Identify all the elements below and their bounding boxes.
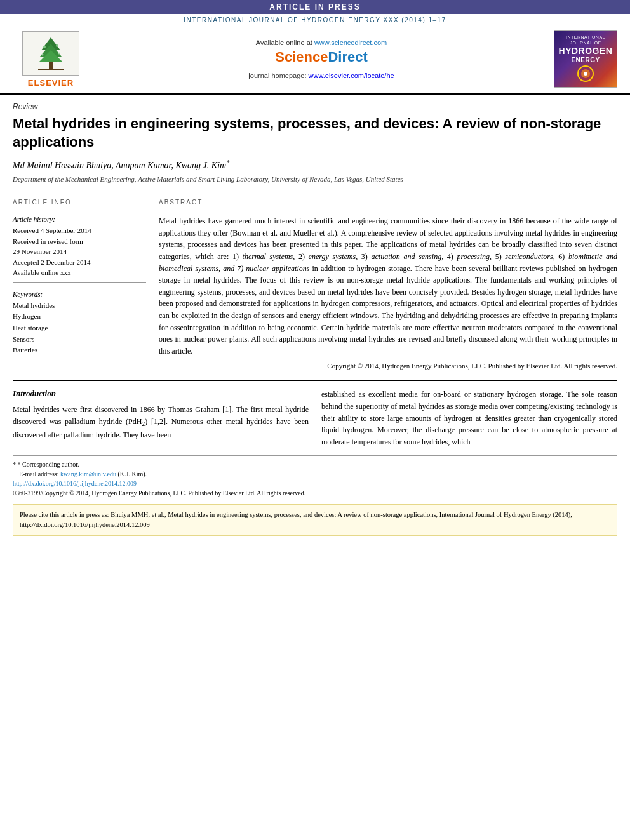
introduction-section: Introduction Metal hydrides were first d…	[13, 389, 617, 448]
revised-date: 29 November 2014	[13, 246, 146, 257]
svg-rect-0	[49, 61, 53, 70]
sciencedirect-url[interactable]: www.sciencedirect.com	[314, 39, 387, 46]
elsevier-tree-box	[22, 31, 79, 76]
article-info-abstract-section: ARTICLE INFO Article history: Received 4…	[13, 199, 617, 370]
accepted-date: Accepted 2 December 2014	[13, 257, 146, 268]
journal-title: INTERNATIONAL JOURNAL OF HYDROGEN ENERGY…	[0, 14, 630, 25]
abstract-text: Metal hydrides have garnered much intere…	[159, 215, 617, 357]
article-history-title: Article history:	[13, 215, 146, 223]
available-online-text: Available online at www.sciencedirect.co…	[102, 39, 541, 46]
keyword-heat-storage: Heat storage	[13, 323, 146, 334]
available-online: Available online xxx	[13, 267, 146, 278]
authors-line: Md Mainul Hossain Bhuiya, Anupam Kumar, …	[13, 159, 617, 171]
article-info-label: ARTICLE INFO	[13, 199, 146, 206]
sciencedirect-brand: ScienceDirect	[102, 49, 541, 65]
keyword-hydrogen: Hydrogen	[13, 311, 146, 323]
doi-line: http://dx.doi.org/10.1016/j.ijhydene.201…	[13, 480, 617, 487]
article-in-press-banner: ARTICLE IN PRESS	[0, 0, 630, 14]
affiliation-line: Department of the Mechanical Engineering…	[13, 175, 617, 184]
keyword-batteries: Batteries	[13, 345, 146, 356]
keywords-divider	[13, 282, 146, 283]
journal-homepage-url[interactable]: www.elsevier.com/locate/he	[309, 72, 394, 79]
abstract-divider	[159, 210, 617, 210]
footer-copyright: 0360-3199/Copyright © 2014, Hydrogen Ene…	[13, 490, 617, 497]
author-star: *	[226, 159, 229, 166]
hydrogen-journal-cover: International Journal of HYDROGEN ENERGY	[554, 30, 617, 88]
journal-homepage-line: journal homepage: www.elsevier.com/locat…	[102, 72, 541, 79]
svg-point-6	[56, 44, 58, 47]
top-header: ELSEVIER Available online at www.science…	[0, 25, 630, 95]
email-link[interactable]: kwang.kim@unlv.edu	[60, 470, 116, 477]
svg-point-8	[58, 52, 60, 54]
svg-point-11	[584, 72, 587, 76]
abstract-label: ABSTRACT	[159, 199, 617, 206]
abstract-col: ABSTRACT Metal hydrides have garnered mu…	[159, 199, 617, 370]
svg-point-7	[42, 53, 44, 55]
abstract-copyright: Copyright © 2014, Hydrogen Energy Public…	[159, 362, 617, 370]
received-date: Received 4 September 2014	[13, 225, 146, 236]
intro-left-text: Metal hydrides were first discovered in …	[13, 404, 309, 441]
elsevier-tree-icon	[29, 34, 73, 72]
doi-link[interactable]: http://dx.doi.org/10.1016/j.ijhydene.201…	[13, 480, 137, 487]
svg-point-5	[43, 46, 46, 48]
keyword-metal-hydrides: Metal hydrides	[13, 300, 146, 312]
article-title: Metal hydrides in engineering systems, p…	[13, 115, 617, 151]
article-info-divider	[13, 210, 146, 210]
star-symbol: *	[13, 461, 18, 468]
keywords-title: Keywords:	[13, 290, 146, 298]
header-divider	[13, 192, 617, 192]
revised-label: Received in revised form	[13, 236, 146, 247]
citation-box: Please cite this article in press as: Bh…	[13, 504, 617, 536]
review-label: Review	[13, 102, 617, 111]
introduction-heading: Introduction	[13, 389, 309, 399]
article-body: Review Metal hydrides in engineering sys…	[0, 95, 630, 381]
corresponding-author-note: * * Corresponding author.	[13, 460, 617, 469]
intro-right-col: established as excellent media for on-bo…	[321, 389, 617, 448]
center-header: Available online at www.sciencedirect.co…	[89, 39, 554, 79]
elsevier-brand-text: ELSEVIER	[28, 78, 74, 88]
authors-text: Md Mainul Hossain Bhuiya, Anupam Kumar, …	[13, 161, 226, 170]
body-divider	[13, 380, 617, 381]
article-info-col: ARTICLE INFO Article history: Received 4…	[13, 199, 146, 370]
svg-rect-1	[38, 69, 64, 70]
intro-right-text: established as excellent media for on-bo…	[321, 389, 617, 448]
elsevier-logo: ELSEVIER	[13, 31, 89, 88]
cover-graphic	[573, 64, 598, 83]
keyword-sensors: Sensors	[13, 334, 146, 345]
footnote-section: * * Corresponding author. E-mail address…	[13, 455, 617, 497]
email-footnote: E-mail address: kwang.kim@unlv.edu (K.J.…	[13, 469, 617, 479]
intro-left-col: Introduction Metal hydrides were first d…	[13, 389, 309, 448]
